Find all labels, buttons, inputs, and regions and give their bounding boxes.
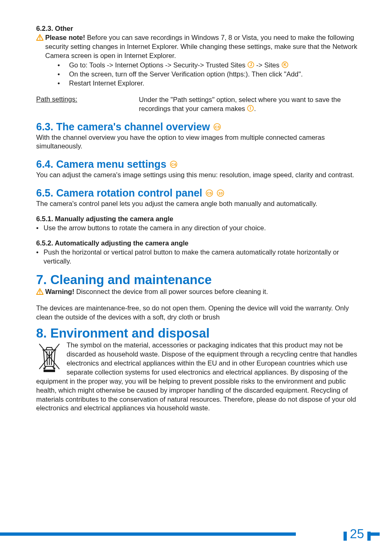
body-6-5: The camera's control panel lets you adju…	[36, 199, 363, 208]
svg-text:C4: C4	[171, 162, 176, 167]
bullet-item: • Go to: Tools -> Internet Options -> Se…	[58, 61, 363, 70]
path-settings-term: Path settings:	[36, 95, 139, 113]
note-label: Please note!	[45, 34, 85, 41]
svg-point-2	[39, 39, 40, 40]
note-block: Please note! Before you can save recordi…	[36, 33, 363, 88]
body-7: The devices are maintenance-free, so do …	[36, 304, 363, 322]
svg-text:J: J	[250, 62, 252, 67]
weee-bin-icon	[36, 342, 62, 375]
warning-label: Warning!	[45, 288, 74, 295]
bullet-item: •Push the horizontal or vertical patrol …	[36, 248, 363, 266]
heading-6-2-3: 6.2.3. Other	[36, 25, 363, 32]
svg-text:C5: C5	[207, 191, 212, 195]
svg-text:C3: C3	[214, 125, 219, 129]
body-6-3: With the channel overview you have the o…	[36, 133, 363, 151]
svg-point-19	[39, 293, 40, 294]
circle-c5-icon: C5	[205, 189, 213, 197]
circle-i-icon: I	[247, 105, 254, 112]
note-text: Before you can save recordings in Window…	[45, 34, 357, 59]
svg-text:10: 10	[218, 191, 223, 195]
bullet-item: •On the screen, turn off the Server Veri…	[58, 70, 363, 79]
bullet-item: •Use the arrow buttons to rotate the cam…	[36, 224, 363, 233]
circle-k-icon: K	[281, 61, 288, 68]
heading-7: 7. Cleaning and maintenance	[36, 273, 363, 287]
body-8: The symbol on the material, accessories …	[36, 341, 363, 413]
heading-6-5-1: 6.5.1. Manually adjusting the camera ang…	[36, 215, 363, 223]
page-number: 25	[346, 527, 368, 541]
heading-8: 8. Environment and disposal	[36, 326, 363, 341]
warning-triangle-icon	[36, 288, 44, 297]
page-footer: 25	[0, 527, 392, 541]
svg-text:I: I	[250, 106, 251, 111]
warning-text: Disconnect the device from all power sou…	[74, 288, 268, 295]
definition-row: Path settings: Under the "Path settings"…	[36, 95, 363, 113]
circle-c4-icon: C4	[170, 160, 178, 168]
heading-6-3: 6.3. The camera's channel overview C3	[36, 121, 363, 133]
body-6-4: You can adjust the camera's image settin…	[36, 171, 363, 180]
heading-6-4: 6.4. Camera menu settings C4	[36, 158, 363, 170]
path-settings-desc: Under the "Path settings" option, select…	[139, 95, 363, 113]
circle-10-icon: 10	[217, 189, 224, 197]
heading-6-5-2: 6.5.2. Automatically adjusting the camer…	[36, 239, 363, 247]
circle-j-icon: J	[247, 61, 254, 68]
circle-c3-icon: C3	[213, 123, 221, 131]
heading-6-5: 6.5. Camera rotation control panel C5 10	[36, 187, 363, 199]
warning-triangle-icon	[36, 34, 44, 43]
bullet-item: •Restart Internet Explorer.	[58, 79, 363, 88]
warning-block: Warning! Disconnect the device from all …	[36, 287, 363, 296]
svg-rect-27	[44, 370, 55, 372]
svg-text:K: K	[283, 62, 286, 67]
